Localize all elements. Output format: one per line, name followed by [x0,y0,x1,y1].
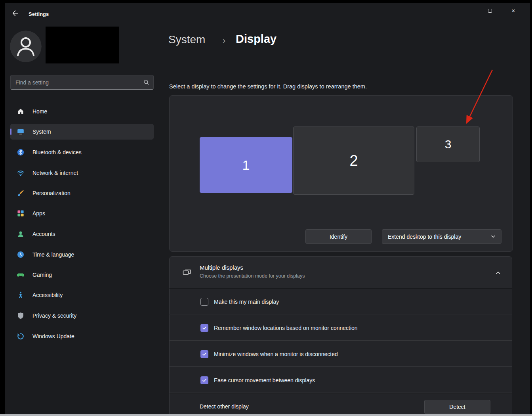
close-icon: ✕ [511,8,516,14]
sidebar-item-label: Privacy & security [32,312,76,319]
apps-grid-icon [17,209,25,217]
sidebar-item-label: Network & internet [32,170,78,176]
maximize-icon [488,9,492,13]
detect-button[interactable]: Detect [424,400,490,414]
user-avatar-icon [10,31,42,62]
checkmark-icon [202,326,207,330]
option-row-remember-locations: Remember window locations based on monit… [169,314,512,341]
sidebar-item-label: Accessibility [32,292,63,298]
sidebar-item-accounts[interactable]: Accounts [10,226,154,242]
sidebar-item-label: System [32,128,51,135]
sidebar-item-network-internet[interactable]: Network & internet [10,165,154,181]
display-arrangement-card: 1 2 3 Identify Extend desktop to this di… [169,95,513,252]
back-arrow-icon [12,10,19,18]
option-label: Make this my main display [214,289,279,315]
window-edge-right [530,0,532,416]
window-edge-top [0,0,532,3]
window-title: Settings [29,11,49,17]
wifi-icon [17,169,25,177]
sidebar-item-label: Gaming [32,272,52,278]
checkmark-icon [202,378,207,383]
multiple-displays-title: Multiple displays [200,264,243,271]
search-box[interactable] [10,75,154,90]
sidebar-item-label: Home [32,108,47,115]
sidebar-item-gaming[interactable]: Gaming [10,267,154,283]
monitor-1[interactable]: 1 [200,137,292,193]
home-icon [17,107,25,115]
detect-other-display-label: Detect other display [200,393,249,416]
search-input[interactable] [10,75,154,90]
page-title: Display [236,33,276,46]
bluetooth-icon [17,148,25,156]
game-controller-icon [17,271,25,279]
close-button[interactable]: ✕ [504,5,522,17]
identify-button[interactable]: Identify [305,229,372,244]
sidebar-item-apps[interactable]: Apps [10,205,154,221]
multiple-displays-subtitle: Choose the presentation mode for your di… [200,273,305,279]
monitor-3[interactable]: 3 [416,127,480,162]
sidebar-item-label: Personalization [32,190,71,196]
checkbox-make-main-display[interactable] [200,298,208,306]
user-name-redacted [46,27,119,63]
shield-icon [17,312,25,320]
breadcrumb-separator-icon: › [223,36,225,46]
option-row-minimize-windows: Minimize windows when a monitor is disco… [169,341,512,367]
monitor-2[interactable]: 2 [293,127,414,195]
sidebar-item-windows-update[interactable]: Windows Update [10,328,154,344]
monitor-2-number: 2 [349,152,358,169]
multiple-displays-expander[interactable]: Multiple displays Choose the presentatio… [169,256,512,288]
option-label: Ease cursor movement between displays [214,367,315,393]
sidebar-item-label: Windows Update [32,333,74,339]
search-icon[interactable] [143,79,149,87]
system-icon [17,128,25,136]
sidebar-item-time-language[interactable]: Time & language [10,247,154,263]
minimize-icon [465,11,469,11]
breadcrumb-system[interactable]: System [168,33,205,46]
clock-icon [17,251,25,259]
person-icon [17,230,25,238]
sidebar-item-privacy-security[interactable]: Privacy & security [10,308,154,324]
brush-icon [17,189,25,197]
maximize-button[interactable] [481,5,499,17]
checkbox-minimize-windows[interactable] [200,350,208,358]
sidebar-item-label: Bluetooth & devices [32,149,82,155]
sidebar-item-accessibility[interactable]: Accessibility [10,287,154,303]
accessibility-icon [17,291,25,299]
option-row-main-display: Make this my main display [169,288,512,314]
sidebar-item-home[interactable]: Home [10,104,154,119]
display-mode-label: Extend desktop to this display [388,234,491,240]
checkbox-remember-locations[interactable] [200,324,208,332]
multiple-displays-icon [182,268,192,279]
checkmark-icon [202,352,207,357]
sidebar-item-bluetooth-devices[interactable]: Bluetooth & devices [10,144,154,160]
window-edge-bottom [0,414,532,416]
sidebar-item-system[interactable]: System [10,124,154,140]
back-button[interactable] [10,9,21,19]
checkbox-ease-cursor[interactable] [200,376,208,384]
sidebar-item-personalization[interactable]: Personalization [10,185,154,201]
avatar[interactable] [10,31,42,62]
window-edge-left [0,0,5,416]
monitor-3-number: 3 [445,138,452,151]
display-mode-dropdown[interactable]: Extend desktop to this display [382,229,501,244]
detect-other-display-row: Detect other display Detect [169,393,512,416]
option-label: Minimize windows when a monitor is disco… [214,341,338,367]
monitor-1-number: 1 [242,157,250,173]
chevron-down-icon [491,234,496,240]
option-label: Remember window locations based on monit… [214,315,358,341]
minimize-button[interactable] [458,5,476,17]
option-row-ease-cursor: Ease cursor movement between displays [169,367,512,393]
sidebar-item-label: Time & language [32,251,74,258]
display-description: Select a display to change the settings … [169,83,367,90]
update-refresh-icon [17,332,25,340]
sidebar-item-label: Accounts [32,231,55,237]
sidebar-item-label: Apps [32,210,45,217]
chevron-up-icon[interactable] [496,270,501,277]
